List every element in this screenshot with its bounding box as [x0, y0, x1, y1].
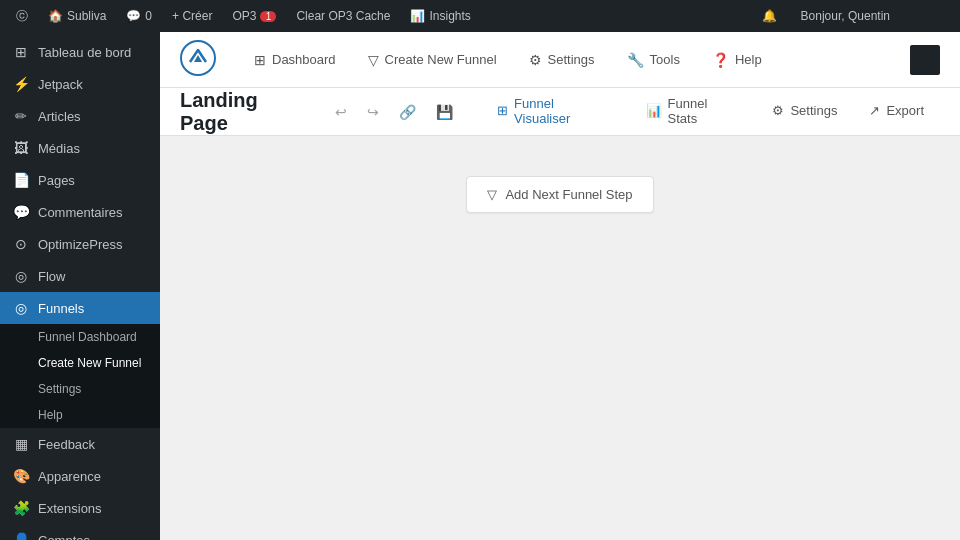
- nav-dashboard-label: Dashboard: [272, 52, 336, 67]
- insights-icon: 📊: [410, 9, 425, 23]
- sidebar-item-medias[interactable]: 🖼 Médias: [0, 132, 160, 164]
- page-header: Landing Page ↩ ↪ 🔗 💾 ⊞ Funnel Visualiser…: [160, 88, 960, 136]
- sidebar-item-optimizepress[interactable]: ⊙ OptimizePress: [0, 228, 160, 260]
- redo-button[interactable]: ↪: [363, 100, 383, 124]
- clear-cache-button[interactable]: Clear OP3 Cache: [288, 0, 398, 32]
- export-tab-icon: ↗: [869, 103, 880, 118]
- extensions-icon: 🧩: [12, 500, 30, 516]
- sidebar-label-flow: Flow: [38, 269, 65, 284]
- notifications-button[interactable]: 🔔: [754, 0, 785, 32]
- funnel-stats-tab-icon: 📊: [646, 103, 662, 118]
- tab-funnel-stats[interactable]: 📊 Funnel Stats: [630, 82, 757, 143]
- feedback-icon: ▦: [12, 436, 30, 452]
- sidebar-item-tableau-de-bord[interactable]: ⊞ Tableau de bord: [0, 36, 160, 68]
- sidebar-label-jetpack: Jetpack: [38, 77, 83, 92]
- sidebar-label-funnels: Funnels: [38, 301, 84, 316]
- submenu-create-funnel-label: Create New Funnel: [38, 356, 141, 370]
- nav-help-label: Help: [735, 52, 762, 67]
- admin-sidebar: ⊞ Tableau de bord ⚡ Jetpack ✏ Articles 🖼…: [0, 32, 160, 540]
- dashboard-icon: ⊞: [12, 44, 30, 60]
- comment-icon: 💬: [126, 9, 141, 23]
- user-greeting[interactable]: Bonjour, Quentin: [793, 0, 898, 32]
- submenu-create-new-funnel[interactable]: Create New Funnel: [0, 350, 160, 376]
- sidebar-item-feedback[interactable]: ▦ Feedback: [0, 428, 160, 460]
- sidebar-item-jetpack[interactable]: ⚡ Jetpack: [0, 68, 160, 100]
- nav-help[interactable]: ❓ Help: [698, 44, 776, 76]
- save-button[interactable]: 💾: [432, 100, 457, 124]
- user-avatar-top[interactable]: [910, 45, 940, 75]
- undo-button[interactable]: ↩: [331, 100, 351, 124]
- settings-nav-icon: ⚙: [529, 52, 542, 68]
- link-button[interactable]: 🔗: [395, 100, 420, 124]
- new-content-button[interactable]: + Créer: [164, 0, 220, 32]
- nav-settings[interactable]: ⚙ Settings: [515, 44, 609, 76]
- insights-button[interactable]: 📊 Insights: [402, 0, 478, 32]
- sidebar-label-optimizepress: OptimizePress: [38, 237, 123, 252]
- submenu-help-label: Help: [38, 408, 63, 422]
- site-home[interactable]: 🏠 Subliva: [40, 0, 114, 32]
- op3-count: 1: [260, 11, 276, 22]
- comment-counter[interactable]: 💬 0: [118, 0, 160, 32]
- sidebar-label-articles: Articles: [38, 109, 81, 124]
- topbar-right: [910, 45, 940, 75]
- op3-label: OP3: [232, 9, 256, 23]
- jetpack-icon: ⚡: [12, 76, 30, 92]
- sidebar-label-feedback: Feedback: [38, 437, 95, 452]
- nav-tools-label: Tools: [650, 52, 680, 67]
- greeting-text: Bonjour, Quentin: [801, 9, 890, 23]
- tab-settings[interactable]: ⚙ Settings: [756, 89, 853, 135]
- add-step-icon: ▽: [487, 187, 497, 202]
- sidebar-item-funnels[interactable]: ◎ Funnels: [0, 292, 160, 324]
- sidebar-item-commentaires[interactable]: 💬 Commentaires: [0, 196, 160, 228]
- sidebar-label-medias: Médias: [38, 141, 80, 156]
- new-label: + Créer: [172, 9, 212, 23]
- wp-icon: ⓒ: [16, 8, 28, 25]
- sidebar-label-pages: Pages: [38, 173, 75, 188]
- commentaires-icon: 💬: [12, 204, 30, 220]
- add-step-label: Add Next Funnel Step: [505, 187, 632, 202]
- funnel-nav-icon: ▽: [368, 52, 379, 68]
- logo-svg: [180, 40, 216, 76]
- sidebar-item-pages[interactable]: 📄 Pages: [0, 164, 160, 196]
- nav-dashboard[interactable]: ⊞ Dashboard: [240, 44, 350, 76]
- nav-create-funnel-label: Create New Funnel: [385, 52, 497, 67]
- funnels-icon: ◎: [12, 300, 30, 316]
- comptes-icon: 👤: [12, 532, 30, 540]
- tools-nav-icon: 🔧: [627, 52, 644, 68]
- sidebar-label-tableau: Tableau de bord: [38, 45, 131, 60]
- admin-bar: ⓒ 🏠 Subliva 💬 0 + Créer OP3 1 Clear OP3 …: [0, 0, 960, 32]
- add-next-funnel-step-button[interactable]: ▽ Add Next Funnel Step: [466, 176, 653, 213]
- nav-settings-label: Settings: [548, 52, 595, 67]
- page-title: Landing Page: [180, 89, 311, 135]
- sidebar-item-flow[interactable]: ◎ Flow: [0, 260, 160, 292]
- submenu-funnel-dashboard[interactable]: Funnel Dashboard: [0, 324, 160, 350]
- dashboard-nav-icon: ⊞: [254, 52, 266, 68]
- sidebar-item-comptes[interactable]: 👤 Comptes: [0, 524, 160, 540]
- plugin-navigation: ⊞ Dashboard ▽ Create New Funnel ⚙ Settin…: [240, 44, 910, 76]
- clear-cache-label: Clear OP3 Cache: [296, 9, 390, 23]
- export-tab-label: Export: [886, 103, 924, 118]
- funnel-stats-tab-label: Funnel Stats: [668, 96, 741, 126]
- nav-tools[interactable]: 🔧 Tools: [613, 44, 694, 76]
- settings-tab-icon: ⚙: [772, 103, 784, 118]
- submenu-settings[interactable]: Settings: [0, 376, 160, 402]
- op3-badge[interactable]: OP3 1: [224, 0, 284, 32]
- main-content: ⊞ Dashboard ▽ Create New Funnel ⚙ Settin…: [160, 32, 960, 540]
- sidebar-item-extensions[interactable]: 🧩 Extensions: [0, 492, 160, 524]
- wp-logo[interactable]: ⓒ: [8, 0, 36, 32]
- site-name: Subliva: [67, 9, 106, 23]
- tab-funnel-visualiser[interactable]: ⊞ Funnel Visualiser: [481, 82, 629, 143]
- avatar-image: [914, 1, 944, 31]
- optimizepress-icon: ⊙: [12, 236, 30, 252]
- funnel-visualiser-tab-icon: ⊞: [497, 103, 508, 118]
- submenu-funnel-dashboard-label: Funnel Dashboard: [38, 330, 137, 344]
- sidebar-label-commentaires: Commentaires: [38, 205, 123, 220]
- sidebar-item-apparence[interactable]: 🎨 Apparence: [0, 460, 160, 492]
- sidebar-item-articles[interactable]: ✏ Articles: [0, 100, 160, 132]
- submenu-help[interactable]: Help: [0, 402, 160, 428]
- bell-icon: 🔔: [762, 9, 777, 23]
- pages-icon: 📄: [12, 172, 30, 188]
- nav-create-new-funnel[interactable]: ▽ Create New Funnel: [354, 44, 511, 76]
- user-avatar[interactable]: [906, 0, 952, 32]
- tab-export[interactable]: ↗ Export: [853, 89, 940, 135]
